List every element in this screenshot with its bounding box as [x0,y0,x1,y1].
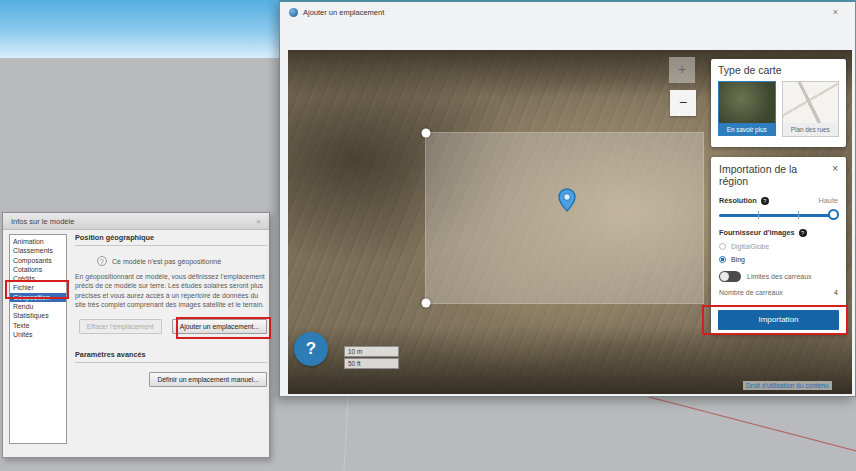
map-help-button[interactable]: ? [294,332,328,366]
help-circle-icon: ? [97,256,107,266]
dialog-close-icon[interactable]: × [833,7,838,17]
geo-status-text: Ce modèle n'est pas géopositionné [112,258,221,265]
model-info-nav-list: Animation Classements Composants Cotatio… [9,234,67,444]
import-panel-title: Importation de la région [719,163,824,187]
advanced-heading: Paramètres avancés [75,350,267,363]
provider-option-digitalglobe[interactable]: DigitalGlobe [719,243,838,250]
tile-limits-label: Limites des carreaux [747,273,812,280]
sidebar-item-classements[interactable]: Classements [10,246,66,255]
satellite-map[interactable]: + − ? 10 m 50 ft Droit d'utilisation du … [288,50,852,394]
provider-option-bing[interactable]: Bing [719,256,838,263]
manual-location-button[interactable]: Définir un emplacement manuel... [149,372,267,387]
region-selection-rect[interactable] [426,133,703,303]
scale-metric: 10 m [344,346,399,357]
resolution-info-icon[interactable]: ? [761,197,769,205]
add-location-icon [289,8,298,17]
clear-location-button: Effacer l'emplacement [79,319,162,334]
import-panel-close-icon[interactable]: × [832,163,838,187]
import-button[interactable]: Importation [718,310,839,330]
streets-label: Plan des rues [782,123,840,137]
satellite-thumbnail [718,81,776,123]
provider-label: Fournisseur d'images [719,228,795,237]
toggle-knob [720,272,729,281]
model-info-titlebar[interactable]: Infos sur le modèle × [3,213,269,230]
provider-info-icon[interactable]: ? [799,229,807,237]
resolution-slider[interactable] [719,209,838,221]
sidebar-item-statistiques[interactable]: Statistiques [10,311,66,320]
provider-option-label: Bing [731,256,745,263]
map-type-panel: Type de carte En savoir plus Plan des ru… [711,59,846,147]
slider-handle[interactable] [828,209,839,220]
zoom-out-button[interactable]: − [670,90,696,116]
dialog-title: Ajouter un emplacement [303,8,384,17]
sidebar-item-unites[interactable]: Unités [10,330,66,339]
geo-section-heading: Position géographique [75,233,267,246]
sidebar-item-animation[interactable]: Animation [10,237,66,246]
import-region-panel: Importation de la région × Résolution ? … [711,157,846,334]
content-rights-link[interactable]: Droit d'utilisation du contenu [743,381,832,390]
sketchup-screen: Infos sur le modèle × Animation Classeme… [0,0,856,471]
slider-tick [798,211,799,219]
tile-count-label: Nombre de carreaux [719,289,783,296]
scale-imperial: 50 ft [344,358,399,369]
sidebar-item-composants[interactable]: Composants [10,256,66,265]
map-type-streets[interactable]: Plan des rues [782,81,840,137]
model-info-window: Infos sur le modèle × Animation Classeme… [2,212,270,458]
map-type-title: Type de carte [718,64,839,76]
selection-handle-bottom-left[interactable] [422,299,431,308]
model-info-title: Infos sur le modèle [11,217,74,226]
map-type-satellite[interactable]: En savoir plus [718,81,776,137]
sidebar-item-credits[interactable]: Crédits [10,274,66,283]
tile-count-value: 4 [834,289,838,296]
dialog-titlebar[interactable]: Ajouter un emplacement × [280,2,855,22]
satellite-label[interactable]: En savoir plus [718,123,776,136]
sidebar-item-geoposition[interactable]: Géoposition [10,293,66,302]
streets-thumbnail [782,81,840,123]
zoom-in-button[interactable]: + [669,57,695,83]
geo-description: En géopositionnant ce modèle, vous défin… [75,272,267,310]
geoposition-pane: Position géographique ? Ce modèle n'est … [75,233,267,387]
resolution-value: Haute [819,196,838,205]
add-location-button[interactable]: Ajouter un emplacement... [172,319,267,334]
sidebar-item-rendu[interactable]: Rendu [10,302,66,311]
sidebar-item-texte[interactable]: Texte [10,321,66,330]
add-location-dialog: Ajouter un emplacement × + − ? 10 [279,0,856,397]
tile-limits-row: Limites des carreaux [719,271,838,282]
radio-icon-selected[interactable] [719,256,726,263]
model-info-close-icon[interactable]: × [256,217,261,226]
slider-tick [758,211,759,219]
selection-handle-top-left[interactable] [422,129,431,138]
sidebar-item-cotations[interactable]: Cotations [10,265,66,274]
map-pin-icon[interactable] [558,188,576,216]
resolution-label: Résolution [719,196,757,205]
sidebar-item-fichier[interactable]: Fichier [10,283,66,292]
radio-icon[interactable] [719,243,726,250]
slider-track[interactable] [719,214,838,217]
tile-limits-toggle[interactable] [719,271,741,282]
provider-option-label: DigitalGlobe [731,243,769,250]
